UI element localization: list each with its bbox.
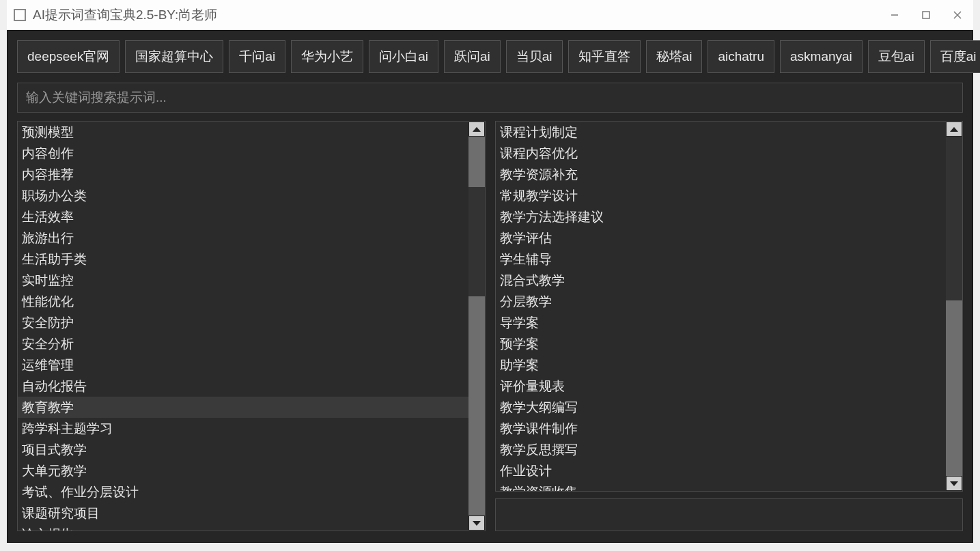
right-scroll-thumb[interactable] (946, 137, 962, 300)
list-item[interactable]: 分层教学 (496, 291, 947, 312)
list-item[interactable]: 内容创作 (18, 143, 468, 164)
list-item[interactable]: 安全防护 (18, 312, 468, 333)
list-item[interactable]: 论文报告 (18, 524, 468, 531)
link-huawei-xiaoyi[interactable]: 华为小艺 (291, 40, 363, 73)
list-item[interactable]: 跨学科主题学习 (18, 418, 468, 439)
scroll-up-icon[interactable] (468, 122, 485, 137)
list-item[interactable]: 内容推荐 (18, 164, 468, 185)
link-askmanyai[interactable]: askmanyai (780, 40, 863, 73)
list-item[interactable]: 运维管理 (18, 354, 468, 376)
list-item[interactable]: 大单元教学 (18, 460, 468, 481)
output-box[interactable] (495, 498, 964, 531)
link-yuewen[interactable]: 跃问ai (444, 40, 501, 73)
link-dangbei[interactable]: 当贝ai (506, 40, 563, 73)
list-item[interactable]: 课程内容优化 (496, 143, 947, 164)
panels: 预测模型内容创作内容推荐职场办公类生活效率旅游出行生活助手类实时监控性能优化安全… (17, 121, 963, 531)
left-scrollbar[interactable] (468, 122, 485, 531)
left-panel: 预测模型内容创作内容推荐职场办公类生活效率旅游出行生活助手类实时监控性能优化安全… (17, 121, 486, 531)
svg-rect-1 (923, 12, 929, 18)
list-item[interactable]: 生活效率 (18, 206, 468, 227)
search-input[interactable] (17, 83, 963, 113)
list-item[interactable]: 课题研究项目 (18, 503, 468, 524)
list-item[interactable]: 实时监控 (18, 270, 468, 291)
list-item[interactable]: 旅游出行 (18, 227, 468, 249)
link-deepseek[interactable]: deepseek官网 (17, 40, 120, 73)
link-qianwen[interactable]: 千问ai (229, 40, 285, 73)
prompt-listbox[interactable]: 课程计划制定课程内容优化教学资源补充常规教学设计教学方法选择建议教学评估学生辅导… (495, 121, 964, 492)
right-panel: 课程计划制定课程内容优化教学资源补充常规教学设计教学方法选择建议教学评估学生辅导… (495, 121, 964, 531)
titlebar: AI提示词查询宝典2.5-BY:尚老师 (7, 0, 973, 30)
list-item[interactable]: 教学方法选择建议 (496, 206, 947, 227)
list-item[interactable]: 教学资源补充 (496, 164, 947, 185)
link-baidu[interactable]: 百度ai (930, 40, 980, 73)
scroll-up-icon[interactable] (946, 122, 962, 137)
link-mita[interactable]: 秘塔ai (646, 40, 703, 73)
left-scroll-thumb[interactable] (468, 187, 485, 296)
link-doubao[interactable]: 豆包ai (868, 40, 925, 73)
scroll-down-icon[interactable] (468, 515, 485, 531)
category-listbox[interactable]: 预测模型内容创作内容推荐职场办公类生活效率旅游出行生活助手类实时监控性能优化安全… (17, 121, 486, 531)
link-nscc[interactable]: 国家超算中心 (125, 40, 223, 73)
app-icon (14, 9, 26, 21)
list-item[interactable]: 助学案 (496, 354, 947, 376)
list-item[interactable]: 作业设计 (496, 460, 947, 481)
client-area: deepseek官网 国家超算中心 千问ai 华为小艺 问小白ai 跃问ai 当… (7, 30, 973, 543)
list-item[interactable]: 生活助手类 (18, 249, 468, 270)
list-item[interactable]: 课程计划制定 (496, 122, 947, 143)
list-item[interactable]: 自动化报告 (18, 376, 468, 397)
list-item[interactable]: 项目式教学 (18, 439, 468, 460)
close-button[interactable] (942, 0, 973, 30)
list-item[interactable]: 评价量规表 (496, 376, 947, 397)
list-item[interactable]: 常规教学设计 (496, 185, 947, 206)
list-item[interactable]: 职场办公类 (18, 185, 468, 206)
list-item[interactable]: 混合式教学 (496, 270, 947, 291)
window-controls (879, 0, 973, 30)
link-aichatru[interactable]: aichatru (708, 40, 774, 73)
window-title: AI提示词查询宝典2.5-BY:尚老师 (33, 6, 217, 24)
list-item[interactable]: 预学案 (496, 333, 947, 354)
list-item[interactable]: 教学课件制作 (496, 418, 947, 439)
link-zhihu[interactable]: 知乎直答 (568, 40, 641, 73)
app-window: AI提示词查询宝典2.5-BY:尚老师 deepseek官网 国家超算中心 千问… (7, 0, 973, 543)
list-item[interactable]: 性能优化 (18, 291, 468, 312)
minimize-button[interactable] (879, 0, 910, 30)
maximize-button[interactable] (910, 0, 942, 30)
scroll-down-icon[interactable] (946, 476, 962, 491)
list-item[interactable]: 教学评估 (496, 227, 947, 249)
link-wenxiaobai[interactable]: 问小白ai (369, 40, 438, 73)
list-item[interactable]: 学生辅导 (496, 249, 947, 270)
list-item[interactable]: 教学大纲编写 (496, 397, 947, 418)
toolbar: deepseek官网 国家超算中心 千问ai 华为小艺 问小白ai 跃问ai 当… (17, 40, 963, 73)
list-item[interactable]: 教学反思撰写 (496, 439, 947, 460)
list-item[interactable]: 预测模型 (18, 122, 468, 143)
right-scrollbar[interactable] (946, 122, 962, 491)
list-item[interactable]: 安全分析 (18, 333, 468, 354)
list-item[interactable]: 教学资源收集 (496, 481, 947, 491)
list-item[interactable]: 教育教学 (18, 397, 468, 418)
list-item[interactable]: 考试、作业分层设计 (18, 481, 468, 503)
list-item[interactable]: 导学案 (496, 312, 947, 333)
